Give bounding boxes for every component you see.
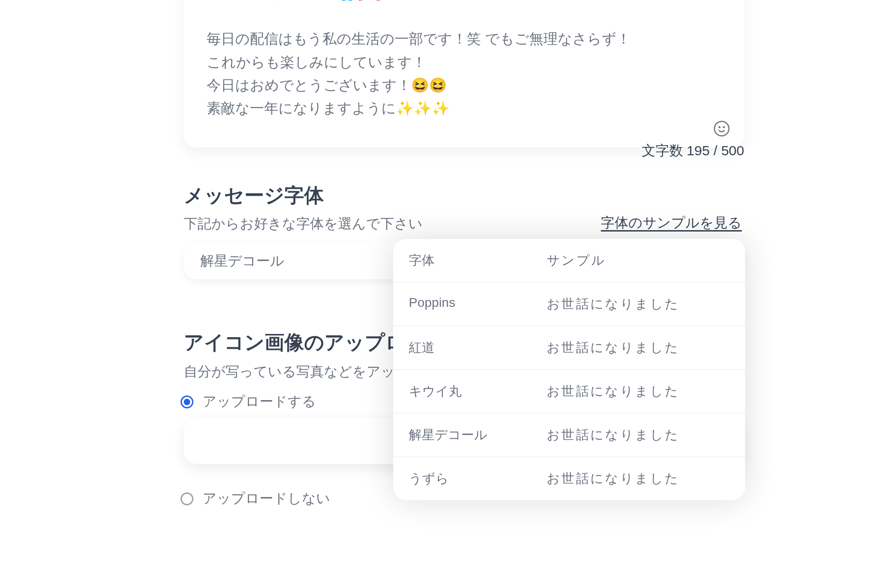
radio-upload-no-label: アップロードしない: [203, 489, 330, 508]
font-sample: お世話になりました: [531, 457, 745, 500]
char-counter: 文字数 195 / 500: [184, 141, 744, 160]
section-subtitle-font: 下記からお好きな字体を選んで下さい: [184, 215, 423, 233]
font-select-value: 解星デコール: [200, 252, 284, 271]
message-body: 感謝しかありません😭💕💕 毎日の配信はもう私の生活の一部です！笑 でもご無理なさ…: [207, 0, 717, 120]
radio-upload-no[interactable]: アップロードしない: [181, 489, 330, 508]
font-row[interactable]: うずら お世話になりました: [393, 457, 745, 500]
font-sample: お世話になりました: [531, 370, 745, 413]
radio-upload-yes[interactable]: アップロードする: [181, 392, 316, 411]
font-row[interactable]: 解星デコール お世話になりました: [393, 413, 745, 457]
font-sample-popup: 字体 サンプル Poppins お世話になりました 紅道 お世話になりました キ…: [393, 239, 745, 500]
radio-checked-icon: [181, 396, 193, 408]
font-sample: お世話になりました: [531, 326, 745, 369]
svg-point-0: [714, 121, 729, 136]
font-name: うずら: [393, 457, 531, 500]
message-textarea[interactable]: 感謝しかありません😭💕💕 毎日の配信はもう私の生活の一部です！笑 でもご無理なさ…: [184, 0, 744, 147]
popup-header-sample: サンプル: [531, 239, 745, 282]
font-row[interactable]: Poppins お世話になりました: [393, 282, 745, 326]
radio-unchecked-icon: [181, 492, 193, 505]
font-row[interactable]: 紅道 お世話になりました: [393, 326, 745, 369]
font-name: 解星デコール: [393, 413, 531, 457]
section-subtitle-upload: 自分が写っている写真などをアップ: [184, 362, 409, 381]
font-row[interactable]: キウイ丸 お世話になりました: [393, 369, 745, 413]
popup-header-row: 字体 サンプル: [393, 239, 745, 282]
radio-upload-yes-label: アップロードする: [203, 392, 316, 411]
font-sample: お世話になりました: [531, 283, 745, 326]
font-name: キウイ丸: [393, 370, 531, 413]
section-title-font: メッセージ字体: [184, 182, 324, 209]
font-name: Poppins: [393, 283, 531, 326]
font-name: 紅道: [393, 326, 531, 369]
font-sample: お世話になりました: [531, 413, 745, 457]
svg-point-2: [724, 127, 724, 128]
emoji-picker-button[interactable]: [713, 120, 730, 137]
font-sample-link[interactable]: 字体のサンプルを見る: [601, 214, 742, 232]
popup-header-font: 字体: [393, 239, 531, 282]
svg-point-1: [719, 127, 720, 128]
